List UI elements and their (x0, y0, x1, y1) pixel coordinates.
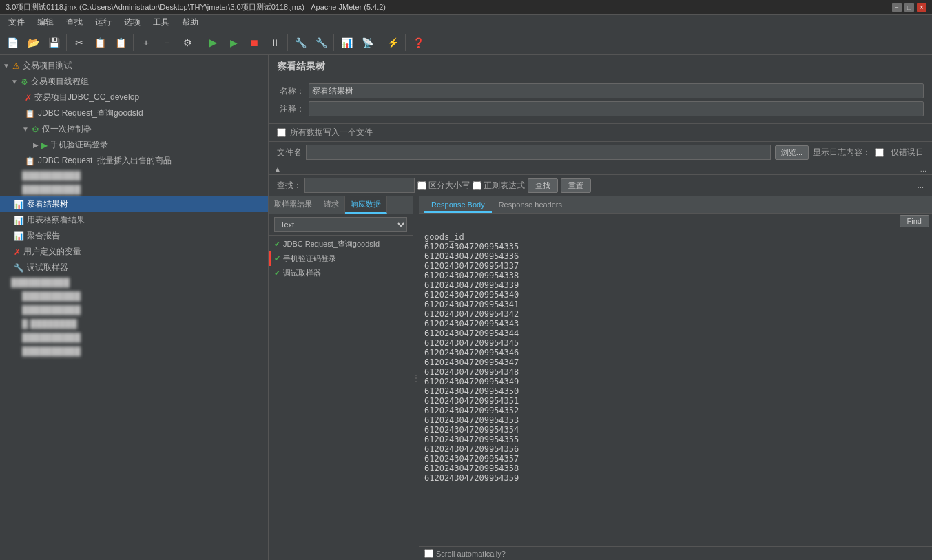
tb-add[interactable]: + (136, 33, 156, 52)
regex-check-label: 正则表达式 (473, 180, 525, 191)
tb-sep5 (333, 34, 334, 51)
tree-item-debug[interactable]: 🔧 调试取样器 (0, 260, 268, 276)
label-jdbc-batch: JDBC Request_批量插入出售的商品 (38, 155, 172, 167)
main-area: ▼ ⚠ 交易项目测试 ▼ ⚙ 交易项目线程组 ✗ 交易项目JDBC_CC_dev… (0, 55, 932, 560)
menu-bar: 文件 编辑 查找 运行 选项 工具 帮助 (0, 15, 932, 30)
arrow-phone: ▶ (33, 141, 39, 149)
response-body: goods_id 612024304720995433​5 6120243047… (419, 229, 932, 546)
case-sensitive-checkbox[interactable] (417, 181, 426, 190)
reset-button[interactable]: 重置 (561, 178, 591, 193)
log-label: 显示日志内容： (813, 147, 871, 158)
icon-user-vars: ✗ (14, 247, 21, 257)
tree-item-view-tree[interactable]: 📊 察看结果树 (0, 196, 268, 212)
response-find-button[interactable]: Find (900, 215, 929, 227)
label-result-phone: 手机验证码登录 (283, 253, 336, 264)
label-phone-login: 手机验证码登录 (50, 139, 108, 151)
result-list-panel: 取样器结果 请求 响应数据 Text HTML JSON XML (269, 196, 413, 560)
tb-chart[interactable]: 📊 (337, 33, 356, 52)
tb-remote[interactable]: 📡 (358, 33, 377, 52)
scroll-auto-checkbox[interactable] (424, 549, 433, 558)
tree-item-jdbc-req[interactable]: 📋 JDBC Request_查询goodsId (0, 105, 268, 121)
search-label: 查找： (277, 180, 302, 191)
tb-config[interactable]: ⚙ (178, 33, 197, 52)
tree-item-aggregate[interactable]: 📊 聚合报告 (0, 228, 268, 244)
tb-new[interactable]: 📄 (3, 33, 22, 52)
name-input[interactable] (309, 83, 924, 98)
find-button[interactable]: 查找 (528, 178, 558, 193)
menu-options[interactable]: 选项 (118, 15, 146, 30)
close-button[interactable]: × (917, 3, 926, 12)
label-jdbc-cc: 交易项目JDBC_CC_develop (34, 92, 139, 103)
tb-pause[interactable]: ⏸ (265, 33, 284, 52)
tb-open[interactable]: 📂 (23, 33, 43, 52)
arrow-root: ▼ (3, 62, 10, 70)
tab-response-body[interactable]: Response Body (424, 198, 492, 213)
tree-item-blurred7: ██████████ (0, 331, 268, 344)
label-blurred3: ██████████ (11, 278, 70, 287)
tab-request[interactable]: 请求 (318, 196, 345, 214)
tb-help[interactable]: ❓ (408, 33, 428, 52)
label-aggregate: 聚合报告 (27, 230, 60, 242)
file-name-row: 文件名 浏览... 显示日志内容： 仅错误日 (269, 142, 932, 163)
result-item-debug[interactable]: ✔ 调试取样器 (269, 266, 413, 280)
tab-sampler-results[interactable]: 取样器结果 (269, 196, 318, 214)
menu-help[interactable]: 帮助 (176, 15, 204, 30)
tree-item-blurred6: █ ████████ (0, 317, 268, 331)
all-data-checkbox[interactable] (277, 128, 286, 137)
result-type-dropdown[interactable]: Text HTML JSON XML (274, 217, 407, 232)
name-label: 名称： (277, 85, 304, 97)
tb-save[interactable]: 💾 (44, 33, 63, 52)
tb-stop[interactable]: ⏹ (245, 33, 264, 52)
more-options-1[interactable]: ... (920, 165, 926, 173)
all-data-label: 所有数据写入一个文件 (290, 127, 373, 138)
tree-item-table-view[interactable]: 📊 用表格察看结果 (0, 212, 268, 228)
tb-remove[interactable]: − (157, 33, 176, 52)
title-bar: 3.0项目测试0118.jmx (C:\Users\Administrator\… (0, 0, 932, 15)
menu-tools[interactable]: 工具 (147, 15, 175, 30)
maximize-button[interactable]: □ (904, 3, 914, 12)
menu-run[interactable]: 运行 (90, 15, 117, 30)
icon-once: ⚙ (32, 125, 39, 134)
menu-search[interactable]: 查找 (61, 15, 88, 30)
tree-item-user-vars[interactable]: ✗ 用户定义的变量 (0, 244, 268, 260)
tree-item-once-ctrl[interactable]: ▼ ⚙ 仅一次控制器 (0, 121, 268, 137)
tb-sep3 (200, 34, 200, 51)
tb-run-no-pause[interactable]: ▶ (224, 33, 243, 52)
tb-function[interactable]: ⚡ (383, 33, 402, 52)
label-blurred1: ██████████ (22, 171, 81, 180)
tree-item-phone-login[interactable]: ▶ ▶ 手机验证码登录 (0, 137, 268, 153)
result-item-jdbc[interactable]: ✔ JDBC Request_查询goodsId (269, 237, 413, 251)
regex-checkbox[interactable] (473, 181, 481, 190)
tree-item-thread-group[interactable]: ▼ ⚙ 交易项目线程组 (0, 74, 268, 90)
response-content: Find goods_id 612024304720995433​5 61202… (419, 214, 932, 546)
tb-cut[interactable]: ✂ (70, 33, 89, 52)
expand-icon[interactable]: ▲ (274, 165, 281, 173)
browse-button[interactable]: 浏览... (775, 145, 809, 160)
comment-input[interactable] (309, 101, 924, 116)
tb-copy[interactable]: 📋 (90, 33, 110, 52)
tb-clear[interactable]: 🔧 (291, 33, 310, 52)
search-input[interactable] (304, 178, 415, 193)
tb-clear-all[interactable]: 🔧 (311, 33, 331, 52)
tree-item-root[interactable]: ▼ ⚠ 交易项目测试 (0, 58, 268, 74)
label-once: 仅一次控制器 (42, 123, 92, 135)
icon-thread: ⚙ (21, 77, 28, 87)
drag-handle[interactable]: ⋮ (413, 196, 419, 560)
menu-file[interactable]: 文件 (3, 15, 30, 30)
icon-view-tree: 📊 (14, 200, 24, 209)
tb-run[interactable]: ▶ (203, 33, 222, 52)
tree-item-jdbc-cc[interactable]: ✗ 交易项目JDBC_CC_develop (0, 90, 268, 105)
error-only-checkbox[interactable] (875, 148, 884, 157)
tree-item-jdbc-batch[interactable]: 📋 JDBC Request_批量插入出售的商品 (0, 153, 268, 169)
menu-edit[interactable]: 编辑 (32, 15, 59, 30)
tb-paste[interactable]: 📋 (111, 33, 130, 52)
content-area: 取样器结果 请求 响应数据 Text HTML JSON XML (269, 196, 932, 560)
response-find-bar: Find (419, 214, 932, 229)
tb-sep1 (66, 34, 67, 51)
more-options-2[interactable]: ... (918, 181, 924, 189)
tab-response-data[interactable]: 响应数据 (345, 196, 387, 214)
tab-response-headers[interactable]: Response headers (492, 198, 569, 213)
minimize-button[interactable]: − (892, 3, 902, 12)
file-name-input[interactable] (306, 145, 771, 160)
result-item-phone[interactable]: ✔ 手机验证码登录 (269, 251, 413, 266)
